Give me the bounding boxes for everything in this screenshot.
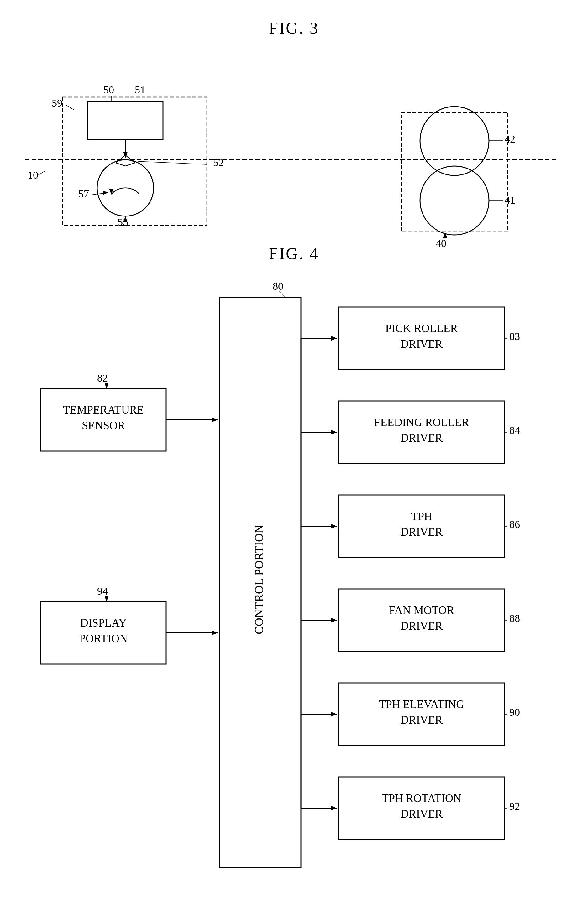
svg-marker-57 (331, 336, 337, 341)
svg-text:41: 41 (505, 194, 515, 206)
svg-text:DISPLAY: DISPLAY (80, 617, 127, 629)
svg-text:PICK ROLLER: PICK ROLLER (385, 322, 458, 335)
svg-text:90: 90 (509, 706, 520, 718)
svg-text:FEEDING ROLLER: FEEDING ROLLER (374, 416, 469, 428)
svg-text:FAN MOTOR: FAN MOTOR (389, 604, 454, 617)
fig4-title: FIG. 4 (269, 244, 319, 263)
svg-text:92: 92 (509, 801, 520, 812)
svg-text:DRIVER: DRIVER (401, 620, 443, 632)
svg-text:TEMPERATURE: TEMPERATURE (63, 404, 144, 416)
svg-marker-64 (331, 430, 337, 435)
svg-rect-2 (88, 102, 163, 139)
svg-line-17 (138, 161, 207, 164)
svg-text:59: 59 (52, 97, 62, 109)
svg-text:DRIVER: DRIVER (401, 432, 443, 444)
svg-text:88: 88 (509, 612, 520, 624)
svg-text:DRIVER: DRIVER (401, 808, 443, 820)
svg-line-25 (37, 171, 46, 176)
fig3-diagram: 59 50 51 52 57 55 10 40 41 42 (0, 44, 588, 238)
svg-text:50: 50 (103, 84, 114, 96)
svg-point-9 (420, 166, 489, 235)
svg-line-34 (279, 291, 285, 298)
svg-text:10: 10 (28, 169, 38, 181)
svg-marker-78 (331, 618, 337, 623)
svg-marker-49 (212, 630, 218, 635)
svg-marker-20 (103, 190, 108, 195)
svg-text:57: 57 (78, 188, 89, 200)
svg-text:94: 94 (97, 585, 108, 597)
svg-marker-71 (331, 524, 337, 529)
svg-line-11 (66, 105, 74, 110)
svg-marker-52 (104, 596, 109, 602)
svg-rect-7 (401, 113, 508, 232)
svg-text:52: 52 (213, 157, 224, 168)
svg-text:TPH ROTATION: TPH ROTATION (382, 792, 461, 804)
svg-text:DRIVER: DRIVER (401, 714, 443, 726)
fig3-title: FIG. 3 (269, 19, 319, 37)
svg-text:42: 42 (505, 133, 515, 145)
svg-point-8 (420, 106, 489, 176)
page: FIG. 3 59 50 51 (0, 0, 588, 921)
svg-text:TPH: TPH (411, 510, 432, 522)
svg-text:84: 84 (509, 425, 520, 436)
svg-text:TPH ELEVATING: TPH ELEVATING (379, 698, 464, 711)
svg-marker-44 (104, 383, 109, 389)
svg-text:80: 80 (273, 280, 283, 292)
svg-marker-92 (331, 806, 337, 811)
svg-marker-41 (212, 417, 218, 422)
svg-text:CONTROL PORTION: CONTROL PORTION (252, 525, 265, 635)
svg-text:DRIVER: DRIVER (401, 526, 443, 538)
svg-text:40: 40 (436, 238, 446, 249)
svg-text:DRIVER: DRIVER (401, 338, 443, 350)
svg-marker-6 (109, 189, 114, 194)
svg-text:PORTION: PORTION (79, 632, 127, 645)
svg-text:SENSOR: SENSOR (82, 419, 125, 432)
svg-text:83: 83 (509, 330, 520, 342)
svg-text:51: 51 (135, 84, 145, 96)
svg-marker-85 (331, 712, 337, 717)
svg-text:86: 86 (509, 519, 520, 530)
svg-text:82: 82 (97, 372, 108, 384)
fig4-diagram: 80 CONTROL PORTION TEMPERATURE SENSOR 82… (0, 269, 588, 902)
